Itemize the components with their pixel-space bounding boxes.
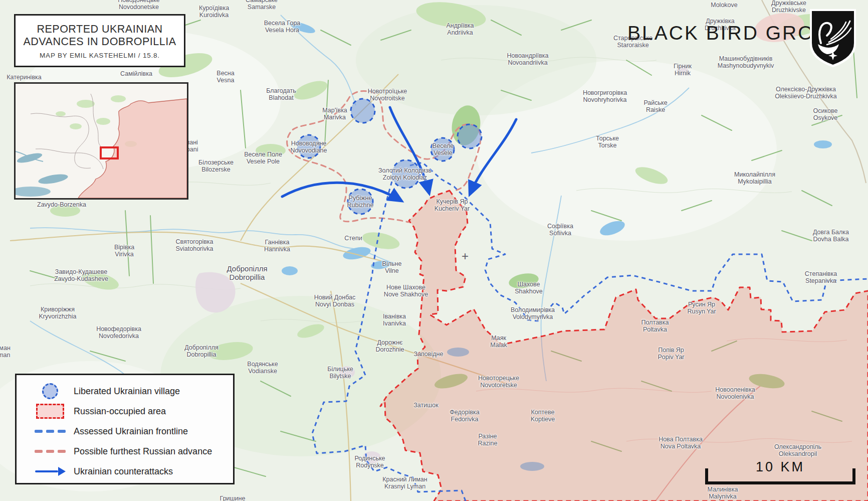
legend-label: Liberated Ukrainian village (74, 386, 180, 397)
russian-occupied-area-icon (36, 404, 64, 419)
counterattack-arrow-icon (35, 467, 66, 476)
liberated-village-circle (392, 160, 420, 188)
scale-bar-label: 10 KM (705, 459, 855, 475)
map-title-line1: REPORTED UKRAINIAN (20, 23, 180, 36)
legend: Liberated Ukrainian village Russian-occu… (15, 374, 235, 484)
legend-label: Possible furthest Russian advance (74, 446, 212, 457)
legend-row-liberated-village: Liberated Ukrainian village (17, 381, 233, 401)
legend-label: Russian-occupied area (74, 406, 166, 417)
liberated-village-circle (297, 135, 320, 158)
inset-overview-map (14, 82, 188, 200)
legend-row-frontline: Assessed Ukrainian frontline (17, 421, 233, 441)
map-title-line2: ADVANCES IN DOBROPILLIA (20, 36, 180, 48)
liberated-villages-layer (297, 99, 482, 214)
russian-advance-icon (35, 450, 66, 453)
legend-label: Ukrainian counterattacks (74, 466, 173, 477)
counterattack-arrow (282, 183, 401, 201)
map-canvas: НоводонецькеNovodonetskeКуроїдівкаKuroid… (0, 0, 868, 501)
map-subtitle: MAP BY EMIL KASTEHELMI / 15.8. (20, 52, 180, 59)
black-swan-shield-logo (808, 8, 858, 69)
legend-row-counterattacks: Ukrainian counterattacks (17, 461, 233, 481)
liberated-village-circle (431, 138, 454, 161)
legend-row-occupied-area: Russian-occupied area (17, 401, 233, 421)
liberated-village-circle (351, 99, 375, 123)
legend-row-russian-advance: Possible furthest Russian advance (17, 441, 233, 461)
legend-label: Assessed Ukrainian frontline (74, 426, 188, 437)
liberated-village-circle (348, 189, 373, 214)
liberated-village-circle (458, 124, 482, 148)
liberated-village-icon (42, 383, 58, 399)
ukrainian-frontline-icon (35, 430, 66, 433)
inset-map-graphic (16, 84, 187, 198)
title-box: REPORTED UKRAINIAN ADVANCES IN DOBROPILL… (14, 14, 185, 67)
